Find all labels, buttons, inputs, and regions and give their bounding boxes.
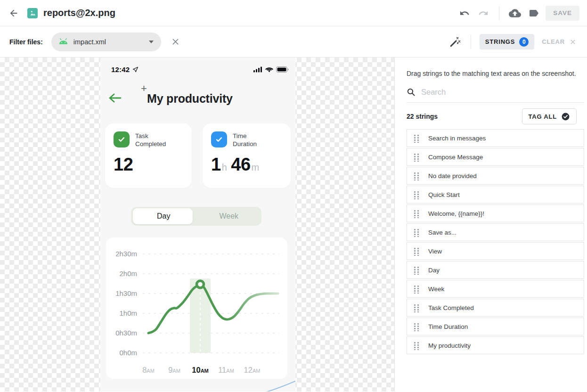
divider (471, 35, 471, 49)
string-text: No date provided (428, 172, 477, 180)
drag-handle-icon[interactable] (413, 228, 419, 237)
string-list-item[interactable]: Compose Message (407, 148, 584, 166)
string-list-item[interactable]: Task Completed (407, 299, 584, 317)
string-list-item[interactable]: Quick Start (407, 186, 584, 204)
string-text: View (428, 248, 442, 255)
phone-back-button[interactable] (108, 92, 122, 106)
task-completed-card: Task Completed 12 (105, 123, 192, 188)
productivity-line-chart: 2h30m2h0m1h30m1h0m0h30m0h0m8AM9AM10AM11A… (106, 237, 287, 379)
page-title: reports@2x.png (43, 8, 115, 18)
label-icon (528, 8, 539, 19)
svg-text:10AM: 10AM (192, 366, 208, 374)
strings-list: Search in messagesCompose MessageNo date… (407, 129, 584, 354)
strings-button-label: STRINGS (485, 38, 515, 45)
location-arrow-icon (132, 66, 139, 73)
strings-filter-button[interactable]: STRINGS 0 (480, 34, 534, 49)
drag-handle-icon[interactable] (413, 303, 419, 312)
redo-button[interactable] (476, 6, 490, 20)
toggle-option-week[interactable]: Week (196, 207, 262, 226)
auto-tag-button[interactable] (448, 35, 462, 49)
divider (499, 6, 499, 20)
main-area: 12:42 (0, 57, 587, 392)
drag-handle-icon[interactable] (413, 153, 419, 162)
drag-handle-icon[interactable] (413, 172, 419, 180)
svg-text:8AM: 8AM (142, 366, 155, 374)
search-input[interactable] (421, 88, 584, 97)
string-list-item[interactable]: Time Duration (407, 318, 584, 335)
string-list-item[interactable]: Welcome, {{name}}! (407, 204, 584, 222)
check-circle-icon (561, 112, 570, 121)
svg-text:1h30m: 1h30m (115, 289, 137, 297)
wifi-icon (265, 66, 273, 73)
selected-file-name: impact.xml (73, 38, 106, 46)
day-week-toggle: Day Week (131, 207, 261, 226)
green-back-arrow-icon (108, 92, 122, 104)
stat-label: Time Duration (233, 132, 270, 148)
blue-check-icon (211, 131, 227, 147)
minutes-value: 46 (231, 155, 250, 175)
string-text: Search in messages (428, 135, 486, 142)
top-bar-actions: SAVE (457, 6, 579, 21)
string-list-item[interactable]: Save as... (407, 223, 584, 241)
hours-unit: h (222, 162, 227, 173)
status-icons (253, 66, 289, 73)
tag-all-button[interactable]: TAG ALL (522, 108, 577, 124)
strings-count-badge: 0 (519, 37, 529, 47)
string-list-item[interactable]: Day (407, 261, 584, 279)
svg-text:0h30m: 0h30m (115, 329, 137, 337)
string-list-item[interactable]: No date provided (407, 167, 584, 185)
image-file-icon (27, 8, 38, 18)
drag-handle-icon[interactable] (413, 322, 419, 331)
string-text: Time Duration (428, 323, 468, 330)
string-list-item[interactable]: My productivity (407, 336, 584, 354)
strings-panel: Drag strings to the matching text areas … (394, 57, 587, 392)
svg-text:2h30m: 2h30m (115, 250, 137, 258)
productivity-chart-card: 2h30m2h0m1h30m1h0m0h30m0h0m8AM9AM10AM11A… (106, 237, 287, 379)
save-button[interactable]: SAVE (546, 6, 579, 21)
string-text: Week (428, 286, 444, 293)
clear-file-filter-button[interactable] (169, 35, 183, 49)
back-button[interactable] (7, 6, 21, 20)
filter-bar: Filter files: impact.xml (0, 26, 587, 57)
phone-status-bar: 12:42 (100, 64, 295, 74)
string-list-item[interactable]: View (407, 242, 584, 260)
status-time: 12:42 (111, 65, 130, 74)
stat-value: 12 (114, 155, 184, 175)
string-text: Save as... (428, 229, 457, 236)
battery-icon (276, 66, 289, 73)
phone-screen-title: My productivity (147, 92, 233, 106)
close-icon (171, 37, 180, 47)
count-row: 22 strings TAG ALL (407, 108, 577, 124)
svg-text:11AM: 11AM (218, 366, 234, 374)
plus-icon: + (141, 82, 147, 95)
undo-button[interactable] (457, 6, 472, 20)
drag-handle-icon[interactable] (413, 285, 419, 294)
drag-handle-icon[interactable] (413, 247, 419, 256)
toggle-option-day[interactable]: Day (131, 207, 196, 226)
filter-bar-right: STRINGS 0 CLEAR (448, 34, 577, 49)
phone-screenshot[interactable]: 12:42 (100, 57, 295, 392)
drag-handle-icon[interactable] (413, 190, 419, 199)
back-arrow-icon (8, 8, 19, 18)
drag-handle-icon[interactable] (413, 134, 419, 143)
green-check-icon (114, 131, 130, 147)
svg-text:0h0m: 0h0m (119, 349, 137, 357)
tag-button[interactable] (527, 6, 541, 20)
file-filter-dropdown[interactable]: impact.xml (51, 33, 161, 51)
upload-button[interactable] (508, 6, 522, 20)
undo-icon (459, 8, 470, 18)
app-window: reports@2x.png SAVE Filter files: (0, 0, 587, 392)
search-row (407, 88, 584, 103)
clear-tags-button[interactable]: CLEAR (542, 38, 577, 46)
drag-handle-icon[interactable] (413, 266, 419, 275)
string-text: Compose Message (428, 154, 483, 161)
string-list-item[interactable]: Search in messages (407, 129, 584, 147)
svg-text:12AM: 12AM (244, 366, 261, 374)
stat-label: Task Completed (135, 132, 173, 148)
signal-icon (253, 66, 262, 73)
svg-text:9AM: 9AM (168, 366, 180, 374)
string-list-item[interactable]: Week (407, 280, 584, 298)
string-text: Day (428, 267, 440, 274)
drag-handle-icon[interactable] (413, 341, 419, 350)
drag-handle-icon[interactable] (413, 209, 419, 218)
